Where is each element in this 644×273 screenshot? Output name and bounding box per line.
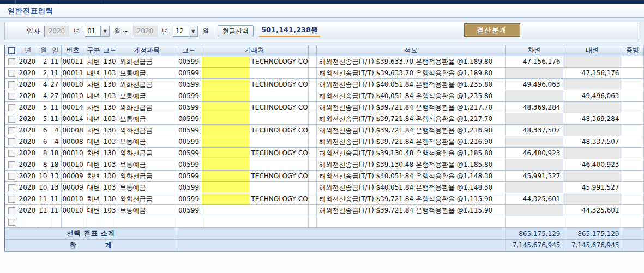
cell-select[interactable] <box>5 193 19 205</box>
cell-code2[interactable]: 00599 <box>177 113 201 125</box>
cell-year[interactable] <box>19 216 38 228</box>
cell-month[interactable]: 8 <box>38 148 50 159</box>
cell-month[interactable]: 6 <box>38 136 50 148</box>
cell-debit[interactable] <box>505 205 563 216</box>
cell-day[interactable]: 18 <box>50 148 61 159</box>
row-checkbox-icon[interactable] <box>8 116 15 123</box>
cell-proof[interactable] <box>622 182 643 193</box>
cell-proof[interactable] <box>622 56 643 68</box>
cell-vendor[interactable]: TECHNOLOGY CO <box>201 148 308 159</box>
cell-proof[interactable] <box>622 102 643 113</box>
cell-debit[interactable] <box>505 182 563 193</box>
cell-year[interactable]: 2020 <box>19 171 38 182</box>
cell-code2[interactable]: 00599 <box>177 159 201 171</box>
cell-type[interactable]: 차변 <box>85 171 103 182</box>
cell-vendor[interactable] <box>201 216 308 228</box>
cell-month[interactable]: 11 <box>38 193 50 205</box>
cell-year[interactable]: 2020 <box>19 125 38 136</box>
chevron-down-icon[interactable]: ▼ <box>100 26 110 37</box>
cell-proof[interactable] <box>622 171 643 182</box>
cell-proof[interactable] <box>622 113 643 125</box>
cell-code2[interactable]: 00599 <box>177 171 201 182</box>
cell-debit[interactable]: 48,369,284 <box>505 102 563 113</box>
cell-no[interactable]: 00008 <box>61 136 85 148</box>
table-row[interactable]: 2020111100010대변103보통예금00599해외전신송금(T/T) $… <box>5 205 643 216</box>
table-row[interactable]: 2020101300009차변130외화선급금00599TECHNOLOGY C… <box>5 171 643 182</box>
cell-proof[interactable] <box>622 148 643 159</box>
cell-month[interactable]: 8 <box>38 159 50 171</box>
cell-account[interactable]: 보통예금 <box>117 182 177 193</box>
cell-select[interactable] <box>5 171 19 182</box>
cell-code2[interactable]: 00599 <box>177 148 201 159</box>
cell-code[interactable]: 103 <box>103 136 117 148</box>
cell-select[interactable] <box>5 56 19 68</box>
cell-code[interactable]: 103 <box>103 90 117 102</box>
cell-day[interactable] <box>50 216 61 228</box>
cell-day[interactable]: 4 <box>50 136 61 148</box>
cell-select[interactable] <box>5 102 19 113</box>
cell-proof[interactable] <box>622 136 643 148</box>
cell-debit[interactable]: 49,496,063 <box>505 79 563 90</box>
cell-desc[interactable]: 해외전신송금(T/T) $39,721.84 은행적용환율 @1,115.90 <box>316 205 505 216</box>
cell-desc[interactable]: 해외전신송금(T/T) $40,051.84 은행적용환율 @1,235.80 <box>316 79 505 90</box>
cell-desc[interactable]: 해외전신송금(T/T) $39,633.70 은행적용환율 @1,189.80 <box>316 68 505 79</box>
cell-no[interactable]: 00008 <box>61 125 85 136</box>
chevron-down-icon[interactable]: ▼ <box>189 26 198 37</box>
cell-no[interactable]: 00011 <box>61 56 85 68</box>
cell-desc[interactable] <box>316 216 505 228</box>
cell-month[interactable]: 6 <box>38 125 50 136</box>
cell-account[interactable]: 보통예금 <box>117 159 177 171</box>
cell-code[interactable]: 130 <box>103 193 117 205</box>
cell-code[interactable]: 130 <box>103 102 117 113</box>
row-checkbox-icon[interactable] <box>8 81 15 88</box>
cell-code2[interactable]: 00599 <box>177 182 201 193</box>
cell-vendor[interactable] <box>201 136 308 148</box>
month-to-value[interactable]: 12 <box>173 26 189 37</box>
cell-vendor[interactable]: TECHNOLOGY CO <box>201 56 308 68</box>
cell-day[interactable]: 11 <box>50 102 61 113</box>
cell-credit[interactable] <box>563 171 622 182</box>
cell-day[interactable]: 11 <box>50 193 61 205</box>
cell-select[interactable] <box>5 159 19 171</box>
cell-year[interactable]: 2020 <box>19 113 38 125</box>
cell-account[interactable]: 외화선급금 <box>117 148 177 159</box>
cell-select[interactable] <box>5 68 19 79</box>
cell-vendor[interactable]: TECHNOLOGY CO <box>201 171 308 182</box>
cell-desc[interactable]: 해외전신송금(T/T) $40,051.84 은행적용환율 @1,235.80 <box>316 90 505 102</box>
table-row[interactable]: 2020101300009대변103보통예금00599해외전신송금(T/T) $… <box>5 182 643 193</box>
cell-day[interactable]: 13 <box>50 171 61 182</box>
cell-year[interactable]: 2020 <box>19 68 38 79</box>
cell-code[interactable]: 130 <box>103 148 117 159</box>
cell-credit[interactable]: 49,496,063 <box>563 90 622 102</box>
row-checkbox-icon[interactable] <box>8 58 15 65</box>
row-checkbox-icon[interactable] <box>8 173 15 180</box>
select-all-checkbox[interactable] <box>8 47 15 54</box>
table-row[interactable]: 2020111100010차변130외화선급금00599TECHNOLOGY C… <box>5 193 643 205</box>
cell-month[interactable]: 2 <box>38 56 50 68</box>
cell-no[interactable]: 00009 <box>61 171 85 182</box>
cell-no[interactable]: 00009 <box>61 182 85 193</box>
cell-day[interactable]: 11 <box>50 68 61 79</box>
cell-account[interactable]: 보통예금 <box>117 113 177 125</box>
cell-year[interactable]: 2020 <box>19 90 38 102</box>
cell-debit[interactable]: 45,991,527 <box>505 171 563 182</box>
cell-type[interactable] <box>85 216 103 228</box>
cell-code[interactable]: 130 <box>103 79 117 90</box>
cell-select[interactable] <box>5 148 19 159</box>
cash-balance-button[interactable]: 현금잔액 <box>218 25 254 37</box>
cell-vendor[interactable]: TECHNOLOGY CO <box>201 79 308 90</box>
cell-year[interactable]: 2020 <box>19 159 38 171</box>
cell-proof[interactable] <box>622 79 643 90</box>
cell-type[interactable]: 대변 <box>85 136 103 148</box>
cell-debit[interactable] <box>505 216 563 228</box>
cell-account[interactable]: 보통예금 <box>117 90 177 102</box>
cell-type[interactable]: 대변 <box>85 182 103 193</box>
row-checkbox-icon[interactable] <box>8 207 15 214</box>
cell-account[interactable]: 보통예금 <box>117 205 177 216</box>
cell-select[interactable] <box>5 113 19 125</box>
cell-type[interactable]: 대변 <box>85 68 103 79</box>
cell-proof[interactable] <box>622 159 643 171</box>
cell-desc[interactable]: 해외전신송금(T/T) $39,721.84 은행적용환율 @1,217.70 <box>316 102 505 113</box>
cell-type[interactable]: 차변 <box>85 56 103 68</box>
cell-day[interactable]: 11 <box>50 56 61 68</box>
